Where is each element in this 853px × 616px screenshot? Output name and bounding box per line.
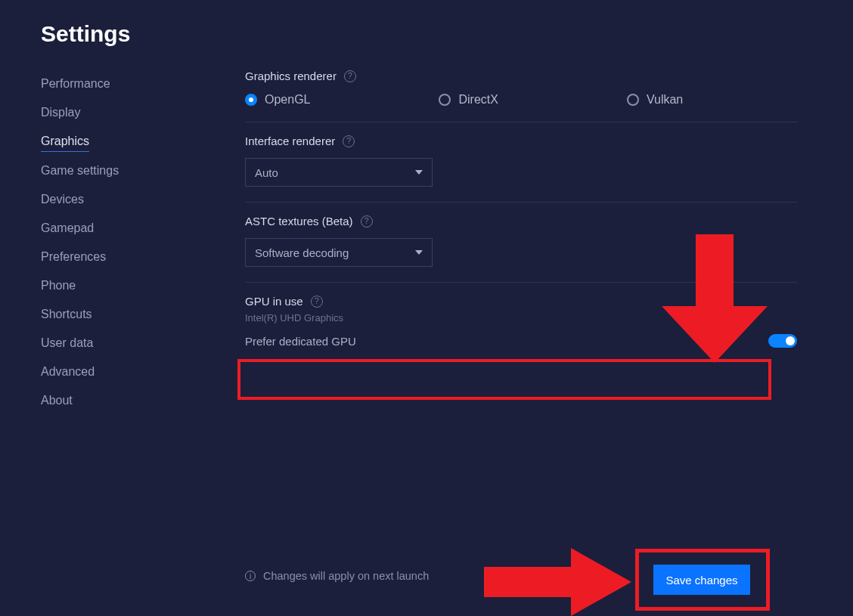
radio-opengl[interactable]: OpenGL — [245, 93, 310, 107]
svg-marker-1 — [484, 548, 631, 616]
settings-sidebar: Performance Display Graphics Game settin… — [41, 70, 245, 415]
help-icon[interactable]: ? — [343, 135, 355, 147]
interface-renderer-label: Interface renderer — [245, 135, 335, 147]
radio-directx-label: DirectX — [458, 93, 498, 107]
radio-vulkan-label: Vulkan — [647, 93, 683, 107]
astc-textures-value: Software decoding — [255, 246, 349, 259]
graphics-panel: Graphics renderer ? OpenGL DirectX Vulka… — [245, 70, 812, 415]
footer-note: i Changes will apply on next launch — [245, 570, 429, 582]
radio-vulkan[interactable]: Vulkan — [627, 93, 683, 107]
prefer-dedicated-gpu-toggle[interactable] — [768, 334, 797, 348]
radio-dot-icon — [627, 94, 639, 106]
sidebar-item-devices[interactable]: Devices — [41, 185, 84, 214]
radio-directx[interactable]: DirectX — [439, 93, 498, 107]
sidebar-item-phone[interactable]: Phone — [41, 271, 76, 300]
graphics-renderer-options: OpenGL DirectX Vulkan — [245, 93, 797, 107]
sidebar-item-graphics[interactable]: Graphics — [41, 127, 89, 152]
interface-renderer-select[interactable]: Auto — [245, 158, 433, 187]
chevron-down-icon — [415, 170, 423, 175]
sidebar-item-display[interactable]: Display — [41, 98, 80, 127]
help-icon[interactable]: ? — [311, 296, 323, 308]
gpu-in-use-label: GPU in use — [245, 295, 303, 308]
sidebar-item-gamepad[interactable]: Gamepad — [41, 214, 94, 243]
page-title: Settings — [41, 21, 812, 47]
help-icon[interactable]: ? — [344, 70, 356, 82]
annotation-arrow-right-icon — [484, 544, 635, 616]
gpu-current-value: Intel(R) UHD Graphics — [245, 312, 797, 323]
astc-textures-select[interactable]: Software decoding — [245, 238, 433, 267]
sidebar-item-about[interactable]: About — [41, 386, 73, 415]
radio-dot-icon — [245, 94, 257, 106]
save-button[interactable]: Save changes — [653, 565, 750, 595]
sidebar-item-shortcuts[interactable]: Shortcuts — [41, 300, 92, 329]
sidebar-item-preferences[interactable]: Preferences — [41, 243, 106, 271]
chevron-down-icon — [415, 250, 423, 255]
sidebar-item-game-settings[interactable]: Game settings — [41, 156, 119, 185]
info-icon: i — [245, 571, 256, 581]
interface-renderer-value: Auto — [255, 166, 278, 179]
sidebar-item-user-data[interactable]: User data — [41, 329, 93, 358]
help-icon[interactable]: ? — [361, 215, 373, 228]
sidebar-item-performance[interactable]: Performance — [41, 70, 110, 98]
radio-dot-icon — [439, 94, 451, 106]
radio-opengl-label: OpenGL — [265, 93, 310, 107]
astc-textures-label: ASTC textures (Beta) — [245, 215, 353, 228]
graphics-renderer-label: Graphics renderer — [245, 70, 337, 82]
sidebar-item-advanced[interactable]: Advanced — [41, 358, 95, 386]
prefer-dedicated-gpu-label: Prefer dedicated GPU — [245, 335, 356, 348]
footer-note-text: Changes will apply on next launch — [263, 570, 429, 582]
